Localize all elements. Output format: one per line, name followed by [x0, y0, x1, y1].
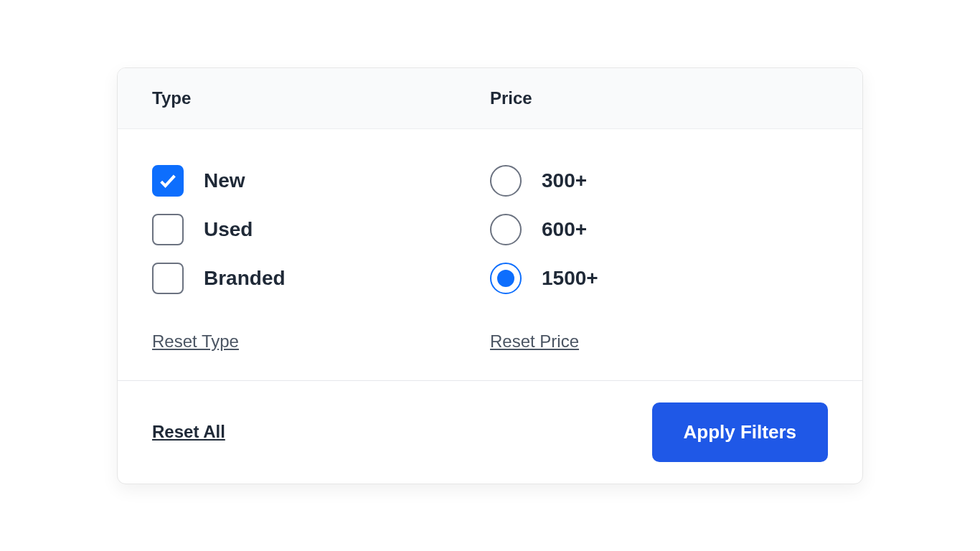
type-option-label: Branded	[204, 267, 286, 290]
reset-price-link[interactable]: Reset Price	[490, 331, 579, 352]
apply-filters-button[interactable]: Apply Filters	[652, 402, 828, 462]
price-option-600[interactable]: 600+	[490, 214, 828, 245]
radio-icon	[490, 214, 522, 245]
reset-all-link[interactable]: Reset All	[152, 422, 225, 442]
type-option-list: New Used Branded	[152, 165, 490, 294]
filter-header: Type Price	[118, 68, 862, 129]
checkbox-icon	[152, 165, 184, 197]
filter-footer: Reset All Apply Filters	[118, 380, 862, 484]
price-heading: Price	[490, 88, 828, 108]
price-option-1500[interactable]: 1500+	[490, 263, 828, 294]
type-option-label: Used	[204, 218, 253, 241]
type-option-branded[interactable]: Branded	[152, 263, 490, 294]
checkbox-icon	[152, 263, 184, 294]
filter-body: New Used Branded Reset Ty	[118, 129, 862, 380]
check-icon	[158, 171, 178, 191]
type-option-new[interactable]: New	[152, 165, 490, 197]
type-option-label: New	[204, 169, 245, 192]
checkbox-icon	[152, 214, 184, 245]
filter-panel: Type Price New Use	[117, 67, 863, 484]
radio-icon	[490, 165, 522, 197]
type-option-used[interactable]: Used	[152, 214, 490, 245]
price-option-list: 300+ 600+ 1500+	[490, 165, 828, 294]
type-heading: Type	[152, 88, 490, 108]
reset-type-link[interactable]: Reset Type	[152, 331, 239, 352]
price-option-label: 1500+	[542, 267, 598, 290]
price-option-label: 300+	[542, 169, 587, 192]
price-column: 300+ 600+ 1500+ Reset Price	[490, 165, 828, 352]
price-option-300[interactable]: 300+	[490, 165, 828, 197]
price-option-label: 600+	[542, 218, 587, 241]
radio-icon	[490, 263, 522, 294]
type-column: New Used Branded Reset Ty	[152, 165, 490, 352]
